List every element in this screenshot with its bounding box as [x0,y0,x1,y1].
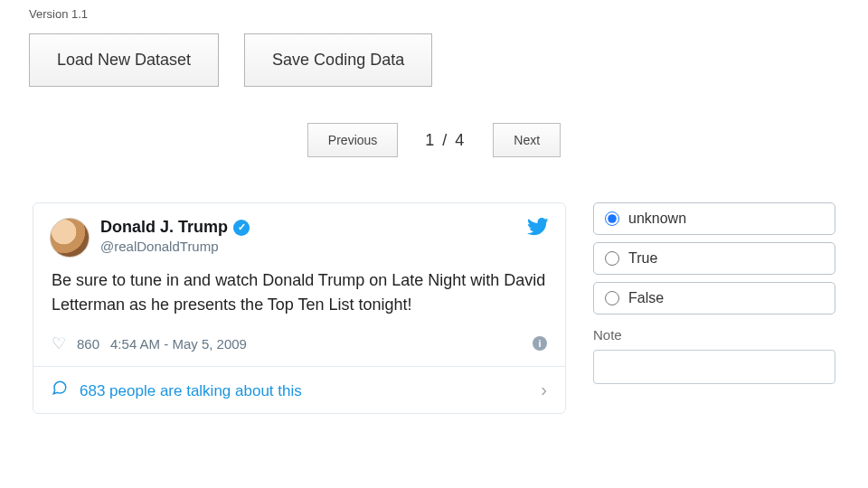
info-icon[interactable]: i [533,336,547,351]
tweet-card: Donald J. Trump @realDonaldTrump Be sure… [33,202,566,414]
page-position: 1 / 4 [425,131,466,150]
note-input[interactable] [593,350,835,384]
tweet-author-name: Donald J. Trump [100,218,228,237]
heart-icon[interactable]: ♡ [52,333,66,353]
previous-button[interactable]: Previous [307,123,398,157]
save-coding-button[interactable]: Save Coding Data [244,33,432,87]
reply-icon [52,381,72,399]
next-button[interactable]: Next [493,123,561,157]
coding-panel: unknown True False Note [593,202,835,414]
radio-label-true: True [628,250,657,267]
tweet-body: Be sure to tune in and watch Donald Trum… [33,265,565,328]
tweet-timestamp: 4:54 AM - May 5, 2009 [110,336,247,352]
version-label: Version 1.1 [29,7,839,21]
radio-input-false[interactable] [605,291,619,305]
replies-text: 683 people are talking about this [80,382,302,399]
radio-label-unknown: unknown [628,211,686,227]
top-button-row: Load New Dataset Save Coding Data [29,33,839,87]
radio-label-false: False [628,290,664,306]
verified-icon [233,220,250,236]
radio-option-false[interactable]: False [593,282,835,314]
radio-input-true[interactable] [605,251,619,266]
radio-option-unknown[interactable]: unknown [593,202,835,235]
tweet-author-handle: @realDonaldTrump [100,239,527,254]
note-label: Note [593,327,835,343]
avatar [50,218,90,258]
pager: Previous 1 / 4 Next [29,123,839,157]
tweet-replies-link[interactable]: 683 people are talking about this › [33,366,565,413]
like-count: 860 [77,336,99,352]
radio-input-unknown[interactable] [605,211,619,226]
load-dataset-button[interactable]: Load New Dataset [29,33,219,87]
chevron-right-icon: › [541,380,547,400]
radio-option-true[interactable]: True [593,242,835,275]
twitter-bird-icon [527,218,549,239]
